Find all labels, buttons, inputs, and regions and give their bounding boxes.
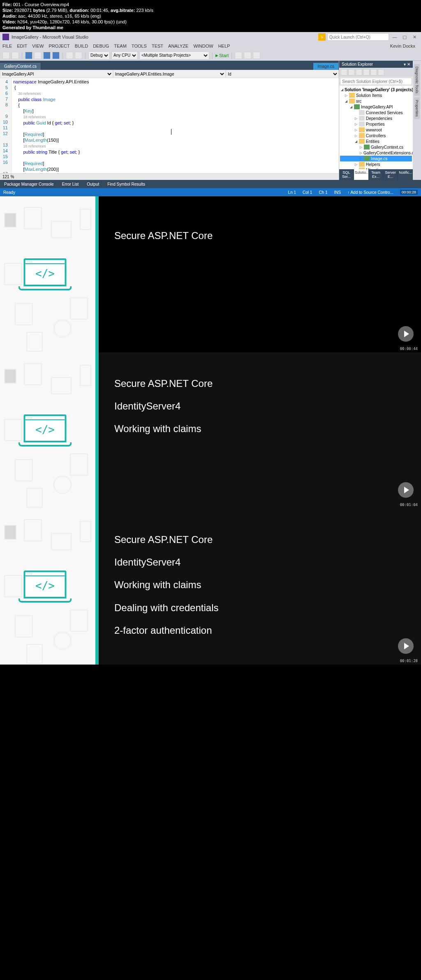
- sol-collapse-button[interactable]: [356, 69, 362, 76]
- tree-helpers: ▷Helpers: [340, 161, 412, 167]
- maximize-button[interactable]: ▢: [400, 35, 409, 40]
- user-name[interactable]: Kevin Dockx: [390, 44, 415, 48]
- tree-solution-items: ▷Solution Items: [340, 92, 412, 98]
- breadcrumb-namespace[interactable]: ImageGallery.API.Entities.Image: [113, 70, 226, 78]
- menu-build[interactable]: BUILD: [75, 44, 88, 48]
- menu-debug[interactable]: DEBUG: [93, 44, 109, 48]
- soltab-team[interactable]: Team Ex...: [369, 169, 384, 180]
- tree-src: ◢src: [340, 98, 412, 104]
- sol-preview-button[interactable]: [378, 69, 384, 76]
- bottab-errors[interactable]: Error List: [58, 181, 83, 188]
- bottab-findsym[interactable]: Find Symbol Results: [103, 181, 149, 188]
- window-title: ImageGallery - Microsoft Visual Studio: [12, 35, 318, 39]
- sidetab-diagnostic[interactable]: Diagnostic Tools: [414, 64, 420, 96]
- zoom-level[interactable]: 121 %: [0, 173, 339, 180]
- quick-launch-input[interactable]: [327, 33, 389, 41]
- vs-toolbar: Debug Any CPU <Multiple Startup Projects…: [0, 50, 421, 61]
- vs-logo-icon: [2, 34, 9, 40]
- tool-button-1[interactable]: [235, 52, 242, 59]
- menu-view[interactable]: VIEW: [32, 44, 44, 48]
- tab-image[interactable]: Image.cs: [313, 63, 339, 70]
- laptop-icon: ○○○</>: [24, 571, 72, 603]
- redo-button[interactable]: [75, 52, 82, 59]
- platform-select[interactable]: Any CPU: [111, 51, 138, 60]
- slide-content: Secure ASP.NET Core IdentityServer4 Work…: [99, 352, 421, 508]
- slide-text: Secure ASP.NET Core: [114, 229, 409, 242]
- nav-back-button[interactable]: [2, 52, 10, 59]
- slide-text-3: Working with claims: [114, 422, 409, 435]
- solution-search-input[interactable]: [340, 78, 412, 85]
- tab-gallerycontext[interactable]: GalleryContext.cs: [0, 63, 41, 70]
- saveall-button[interactable]: [52, 52, 60, 59]
- sol-showall-button[interactable]: [363, 69, 370, 76]
- nav-fwd-button[interactable]: [12, 52, 19, 59]
- play-button[interactable]: [398, 638, 414, 654]
- menu-help[interactable]: HELP: [218, 44, 230, 48]
- status-col: Col 1: [303, 190, 312, 195]
- close-button[interactable]: ✕: [410, 35, 419, 40]
- laptop-icon: ○○○</>: [24, 258, 72, 290]
- slide-text-2: IdentityServer4: [114, 556, 409, 568]
- solution-title: Solution Explorer▾ ✕: [339, 61, 413, 68]
- menu-edit[interactable]: EDIT: [17, 44, 27, 48]
- config-select[interactable]: Debug: [88, 51, 110, 60]
- tree-gallerycontext: ▷GalleryContext.cs: [340, 144, 412, 150]
- menu-tools[interactable]: TOOLS: [132, 44, 147, 48]
- code-editor[interactable]: 456789101112131415161718192021222324 nam…: [0, 78, 339, 173]
- breadcrumb-member[interactable]: Id: [226, 70, 339, 78]
- code-body[interactable]: namespace ImageGallery.API.Entities { 30…: [12, 78, 339, 173]
- tool-button-3[interactable]: [253, 52, 260, 59]
- sol-home-button[interactable]: [341, 69, 347, 76]
- menu-team[interactable]: TEAM: [114, 44, 127, 48]
- soltab-solution[interactable]: Solutio...: [354, 169, 369, 180]
- menu-window[interactable]: WINDOW: [193, 44, 213, 48]
- undo-button[interactable]: [66, 52, 73, 59]
- tree-imagecs: ▷Image.cs: [340, 156, 412, 161]
- accent-bar: [95, 196, 99, 352]
- soltab-server[interactable]: Server E...: [383, 169, 398, 180]
- status-ins: INS: [334, 190, 341, 195]
- nav-breadcrumb: ImageGallery.API ImageGallery.API.Entiti…: [0, 70, 339, 78]
- slide-text-1: Secure ASP.NET Core: [114, 533, 409, 546]
- start-button[interactable]: Start: [215, 53, 229, 58]
- notification-badge[interactable]: 5: [318, 33, 326, 41]
- bottab-output[interactable]: Output: [83, 181, 103, 188]
- sidetab-properties[interactable]: Properties: [414, 97, 420, 119]
- menu-file[interactable]: FILE: [2, 44, 12, 48]
- editor-area: GalleryContext.cs Image.cs ImageGallery.…: [0, 61, 339, 180]
- tool-button-2[interactable]: [244, 52, 251, 59]
- soltab-notif[interactable]: Notific...: [398, 169, 413, 180]
- tree-entities: ◢Entities: [340, 138, 412, 144]
- sol-props-button[interactable]: [370, 69, 377, 76]
- slide-left-graphic: ○○○</>: [0, 352, 95, 508]
- text-cursor-icon: [171, 129, 171, 135]
- save-button[interactable]: [43, 52, 51, 59]
- solution-tree[interactable]: ◢Solution 'ImageGallery' (3 projects) ▷S…: [339, 86, 413, 169]
- sol-refresh-button[interactable]: [348, 69, 355, 76]
- soltab-sql[interactable]: SQL Ser...: [339, 169, 354, 180]
- status-source-control[interactable]: ↑ Add to Source Contro...: [347, 190, 393, 195]
- solution-toolbar: [339, 68, 413, 77]
- minimize-button[interactable]: —: [391, 35, 399, 39]
- play-button[interactable]: [398, 482, 414, 498]
- tree-controllers: ▷Controllers: [340, 133, 412, 138]
- frame-timestamp: 00:01:28: [400, 659, 418, 663]
- tree-connected: Connected Services: [340, 110, 412, 115]
- menu-test[interactable]: TEST: [152, 44, 163, 48]
- slide-content: Secure ASP.NET Core: [99, 196, 421, 352]
- slide-text-5: 2-factor authentication: [114, 624, 409, 637]
- tree-solution: ◢Solution 'ImageGallery' (3 projects): [340, 87, 412, 92]
- bottab-pmc[interactable]: Package Manager Console: [0, 181, 58, 188]
- breadcrumb-project[interactable]: ImageGallery.API: [0, 70, 113, 78]
- play-button[interactable]: [398, 326, 414, 342]
- startup-select[interactable]: <Multiple Startup Projects>: [139, 51, 209, 60]
- menu-project[interactable]: PROJECT: [49, 44, 69, 48]
- slide-text-2: IdentityServer4: [114, 400, 409, 412]
- frame-timestamp: 00:00:28: [400, 190, 418, 195]
- media-info-header: File: 001 - Course Overview.mp4 Size: 29…: [0, 0, 421, 32]
- accent-bar: [95, 508, 99, 665]
- slide-2: ○○○</> Secure ASP.NET Core IdentityServe…: [0, 352, 421, 508]
- new-button[interactable]: [25, 52, 32, 59]
- menu-analyze[interactable]: ANALYZE: [168, 44, 188, 48]
- open-button[interactable]: [34, 52, 42, 59]
